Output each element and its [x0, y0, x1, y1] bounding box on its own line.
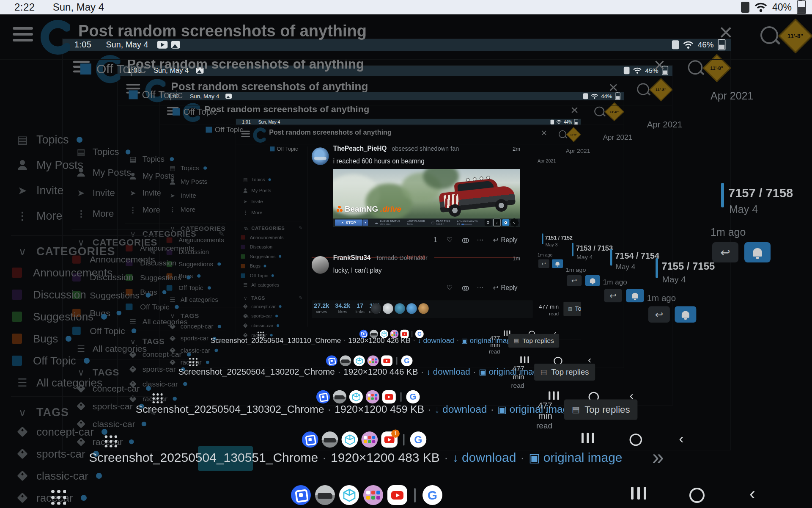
sidebar-item-invite[interactable]: ➤Invite: [0, 181, 173, 200]
layers-icon: ▤: [12, 133, 33, 146]
recent-apps-button[interactable]: [631, 487, 646, 500]
internet-app-icon[interactable]: [291, 485, 311, 505]
google-app-icon[interactable]: G: [422, 485, 442, 505]
pencil-icon: ✎: [244, 226, 249, 232]
pencil-icon[interactable]: ✎: [148, 406, 156, 418]
timeline-current-date: May 4: [576, 254, 593, 261]
clock-icon: ◷: [431, 221, 434, 225]
hamburger-menu-button[interactable]: [13, 27, 33, 45]
battery-sync-icon: [741, 2, 749, 13]
timeline-scrubber: [572, 243, 573, 256]
back-button[interactable]: ‹: [749, 483, 755, 504]
timeline-start-date: Apr 2021: [566, 147, 590, 154]
dock-apps: G: [291, 485, 442, 505]
category-chip-label: Off Topic: [277, 146, 298, 152]
sidebar-section-tags[interactable]: ∨TAGS✎: [0, 403, 173, 422]
download-icon: ↓: [435, 404, 440, 415]
forum-page: 2:22 Sun, May 4 40% Post random screensh…: [0, 0, 812, 508]
reply-button: ↩: [567, 275, 582, 286]
beamng-screenshot-image: BeamNG .drive ×STOP ▾ ☁ CLOUD STATUSUp t…: [333, 169, 520, 226]
notification-badge: 1: [391, 429, 400, 437]
sidebar-item-label: Topics: [36, 133, 69, 146]
recent-apps-button: [520, 356, 529, 363]
download-link[interactable]: download: [462, 450, 516, 464]
sidebar-all-categories[interactable]: ☰All categories: [0, 373, 173, 392]
post1-author: ThePeach_PieHQ: [333, 145, 387, 152]
unread-dot: [268, 178, 271, 181]
close-icon[interactable]: ×: [719, 20, 733, 44]
image-caption: Screenshot_20250504_130202_Chrome·1920×1…: [178, 367, 543, 377]
ellipsis-icon: ⋯: [477, 284, 483, 292]
image-caption: Screenshot_20250504_130110_Chrome·1920×1…: [211, 337, 515, 344]
user-avatar[interactable]: 11'-8": [778, 19, 812, 53]
category-label: Announcements: [33, 266, 112, 279]
participant-avatar: [371, 303, 381, 314]
youtube-app-icon[interactable]: [387, 485, 407, 505]
sidebar-category-suggestions[interactable]: Suggestions: [0, 307, 173, 326]
read-time: 477 minread: [499, 365, 524, 389]
sidebar-section-categories[interactable]: ∨CATEGORIES✎: [0, 242, 173, 261]
pencil-icon[interactable]: ✎: [148, 246, 156, 257]
post1-timestamp: 2m: [513, 146, 520, 152]
timeline-last-activity: 1m ago: [647, 293, 676, 303]
beamng-logo[interactable]: [39, 19, 70, 55]
download-icon: ↓: [418, 337, 421, 344]
sidebar-category-discussion[interactable]: Discussion: [0, 285, 173, 304]
link-icon: [462, 238, 468, 242]
unread-dot: [277, 324, 279, 327]
timeline-current-date: May 4: [662, 275, 686, 284]
pencil-icon: ✎: [244, 313, 249, 319]
sidebar-item-my-posts[interactable]: My Posts: [0, 156, 173, 174]
caption-dimensions: 812×508: [335, 403, 387, 415]
rally-car: [437, 172, 518, 219]
bell-icon: [682, 311, 689, 318]
pencil-icon: ✎: [184, 368, 192, 378]
timeline-start-date: Apr 2021: [538, 158, 556, 164]
pencil-icon: ✎: [299, 295, 302, 301]
steam-stop-button: ×STOP: [335, 220, 362, 226]
reply-button[interactable]: ↩: [712, 242, 738, 262]
sidebar-divider: [11, 235, 159, 236]
timeline-start-date: Apr 2021: [603, 133, 632, 141]
category-color-swatch: [12, 268, 22, 278]
category-chip[interactable]: Off Topic: [80, 62, 146, 76]
top-replies-button: ▤Top replies: [508, 334, 560, 348]
search-icon[interactable]: [760, 26, 778, 44]
forum-page: 1:01 Sun, May 4 44% Post random screensh…: [236, 119, 581, 340]
post2-body: lucky, I can't play: [333, 266, 382, 274]
paper-plane-icon: ➤: [12, 184, 33, 197]
caption-dimensions: 812×508: [348, 337, 384, 344]
original-image-link[interactable]: original image: [543, 450, 623, 464]
topic-stats-row: 27.2kviews 34.2klikes 17links 154users 4…: [312, 300, 533, 318]
home-button[interactable]: [689, 488, 705, 503]
status-right-cluster: 40%: [741, 0, 806, 14]
unread-dot: [101, 314, 107, 320]
kebab-icon: ⋮: [12, 210, 33, 223]
battery-percent: 40%: [772, 2, 792, 13]
pencil-icon: ✎: [184, 237, 192, 247]
image-icon: ▣: [461, 337, 468, 345]
sidebar-item-more[interactable]: ⋮More: [0, 207, 173, 225]
unread-dot: [279, 255, 281, 258]
category-label: Suggestions: [33, 310, 93, 323]
notifications-bell-button[interactable]: [744, 242, 771, 262]
car-gallery-app-icon[interactable]: [315, 485, 335, 505]
sidebar-category-announcements[interactable]: Announcements: [0, 263, 173, 282]
sidebar-category-off-topic[interactable]: Off Topic: [0, 351, 173, 370]
app-folder-icon[interactable]: [363, 485, 383, 505]
sidebar-item-topics[interactable]: ▤Topics: [0, 130, 173, 149]
participant-avatar: [406, 303, 417, 314]
heart-icon: ♡: [447, 236, 453, 244]
beamng-drive-logo: BeamNG .drive: [336, 204, 401, 213]
sidebar-category-bugs[interactable]: Bugs: [0, 329, 173, 348]
expand-chevrons[interactable]: »: [652, 444, 664, 469]
timeline-last-activity: 1m ago: [566, 266, 586, 273]
sidebar-tag-concept-car[interactable]: concept-car: [0, 422, 173, 441]
status-bar[interactable]: 2:22 Sun, May 4 40%: [0, 0, 812, 14]
timeline-scrubber[interactable]: [721, 183, 724, 207]
android-nav-bar: G ‹: [0, 483, 812, 508]
cube-app-icon[interactable]: [339, 485, 359, 505]
image-caption-row: Screenshot_20250504_130551_Chrome·1920×1…: [0, 444, 812, 474]
post1-reply-button: ↩Reply: [493, 236, 518, 244]
app-grid-icon[interactable]: [49, 488, 66, 505]
